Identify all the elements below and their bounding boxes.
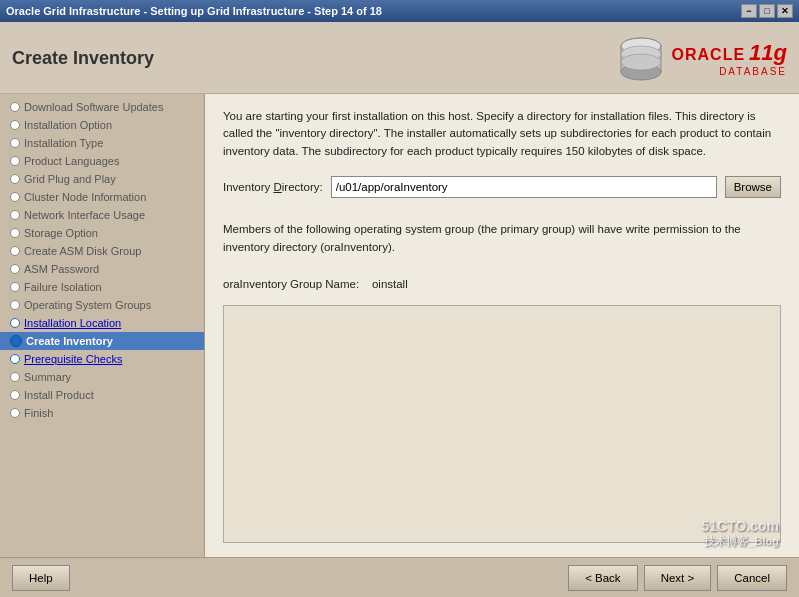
sidebar-item-grid-plug-and-play: Grid Plug and Play bbox=[0, 170, 204, 188]
sidebar-dot bbox=[10, 210, 20, 220]
inventory-directory-input[interactable] bbox=[331, 176, 717, 198]
sidebar-label: Installation Option bbox=[24, 119, 112, 131]
empty-content-box bbox=[223, 305, 781, 543]
sidebar-dot-link bbox=[10, 354, 20, 364]
sidebar-dot bbox=[10, 246, 20, 256]
sidebar-dot bbox=[10, 372, 20, 382]
sidebar-item-failure-isolation: Failure Isolation bbox=[0, 278, 204, 296]
sidebar-label: Download Software Updates bbox=[24, 101, 163, 113]
sidebar-dot bbox=[10, 120, 20, 130]
sidebar-label: Cluster Node Information bbox=[24, 191, 146, 203]
help-button[interactable]: Help bbox=[12, 565, 70, 591]
inventory-directory-label: Inventory Directory: bbox=[223, 181, 323, 193]
sidebar-item-summary: Summary bbox=[0, 368, 204, 386]
window-title: Oracle Grid Infrastructure - Setting up … bbox=[6, 5, 382, 17]
sidebar: Download Software Updates Installation O… bbox=[0, 94, 205, 557]
group-info-section: Members of the following operating syste… bbox=[223, 220, 781, 294]
sidebar-dot bbox=[10, 264, 20, 274]
maximize-button[interactable]: □ bbox=[759, 4, 775, 18]
oracle-db-icon bbox=[616, 34, 666, 84]
sidebar-dot bbox=[10, 174, 20, 184]
sidebar-item-operating-system-groups: Operating System Groups bbox=[0, 296, 204, 314]
sidebar-dot bbox=[10, 138, 20, 148]
group-name-label: oraInventory Group Name: bbox=[223, 278, 359, 290]
minimize-button[interactable]: − bbox=[741, 4, 757, 18]
oracle-text-logo: ORACLE 11g DATABASE bbox=[672, 40, 787, 77]
sidebar-dot-link bbox=[10, 318, 20, 328]
sidebar-dot bbox=[10, 300, 20, 310]
sidebar-label: Create ASM Disk Group bbox=[24, 245, 141, 257]
sidebar-item-storage-option: Storage Option bbox=[0, 224, 204, 242]
sidebar-label: Install Product bbox=[24, 389, 94, 401]
bottom-right-controls: < Back Next > Cancel bbox=[568, 565, 787, 591]
sidebar-item-create-asm-disk-group: Create ASM Disk Group bbox=[0, 242, 204, 260]
sidebar-item-network-interface-usage: Network Interface Usage bbox=[0, 206, 204, 224]
sidebar-label-active: Create Inventory bbox=[26, 335, 113, 347]
sidebar-label: Summary bbox=[24, 371, 71, 383]
browse-button[interactable]: Browse bbox=[725, 176, 781, 198]
sidebar-label: Finish bbox=[24, 407, 53, 419]
sidebar-dot bbox=[10, 408, 20, 418]
oracle-database-text: DATABASE bbox=[719, 66, 787, 77]
back-button[interactable]: < Back bbox=[568, 565, 637, 591]
cancel-button[interactable]: Cancel bbox=[717, 565, 787, 591]
description-text: You are starting your first installation… bbox=[223, 108, 781, 160]
sidebar-item-install-product: Install Product bbox=[0, 386, 204, 404]
oracle-brand: ORACLE bbox=[672, 46, 746, 64]
sidebar-label: Grid Plug and Play bbox=[24, 173, 116, 185]
header: Create Inventory ORACLE 11g DATABASE bbox=[0, 22, 799, 94]
page-title: Create Inventory bbox=[12, 48, 154, 69]
sidebar-dot bbox=[10, 156, 20, 166]
inventory-directory-row: Inventory Directory: Browse bbox=[223, 176, 781, 198]
sidebar-label: Prerequisite Checks bbox=[24, 353, 122, 365]
group-info-text: Members of the following operating syste… bbox=[223, 220, 781, 257]
sidebar-dot bbox=[10, 228, 20, 238]
sidebar-item-installation-type: Installation Type bbox=[0, 134, 204, 152]
sidebar-item-installation-option: Installation Option bbox=[0, 116, 204, 134]
sidebar-item-finish: Finish bbox=[0, 404, 204, 422]
sidebar-item-download-software-updates: Download Software Updates bbox=[0, 98, 204, 116]
sidebar-label: ASM Password bbox=[24, 263, 99, 275]
bottom-left-controls: Help bbox=[12, 565, 70, 591]
sidebar-dot-active bbox=[10, 335, 22, 347]
sidebar-item-create-inventory: Create Inventory bbox=[0, 332, 204, 350]
sidebar-label: Installation Location bbox=[24, 317, 121, 329]
main-panel: You are starting your first installation… bbox=[205, 94, 799, 557]
content-area: Download Software Updates Installation O… bbox=[0, 94, 799, 557]
sidebar-item-prerequisite-checks[interactable]: Prerequisite Checks bbox=[0, 350, 204, 368]
next-button[interactable]: Next > bbox=[644, 565, 712, 591]
window-controls: − □ ✕ bbox=[741, 4, 793, 18]
sidebar-item-product-languages: Product Languages bbox=[0, 152, 204, 170]
sidebar-item-installation-location[interactable]: Installation Location bbox=[0, 314, 204, 332]
oracle-logo-area: ORACLE 11g DATABASE bbox=[616, 34, 787, 84]
sidebar-item-asm-password: ASM Password bbox=[0, 260, 204, 278]
close-button[interactable]: ✕ bbox=[777, 4, 793, 18]
sidebar-label: Network Interface Usage bbox=[24, 209, 145, 221]
main-window: Create Inventory ORACLE 11g DATABASE bbox=[0, 22, 799, 597]
bottom-bar: Help < Back Next > Cancel bbox=[0, 557, 799, 597]
sidebar-label: Installation Type bbox=[24, 137, 103, 149]
group-name-value: oinstall bbox=[372, 278, 408, 290]
title-bar: Oracle Grid Infrastructure - Setting up … bbox=[0, 0, 799, 22]
sidebar-label: Product Languages bbox=[24, 155, 119, 167]
sidebar-dot bbox=[10, 192, 20, 202]
sidebar-dot bbox=[10, 282, 20, 292]
sidebar-item-cluster-node-information: Cluster Node Information bbox=[0, 188, 204, 206]
oracle-version: 11g bbox=[749, 40, 787, 66]
sidebar-dot bbox=[10, 390, 20, 400]
sidebar-label: Storage Option bbox=[24, 227, 98, 239]
sidebar-dot bbox=[10, 102, 20, 112]
sidebar-label: Failure Isolation bbox=[24, 281, 102, 293]
svg-point-5 bbox=[621, 54, 661, 70]
sidebar-label: Operating System Groups bbox=[24, 299, 151, 311]
